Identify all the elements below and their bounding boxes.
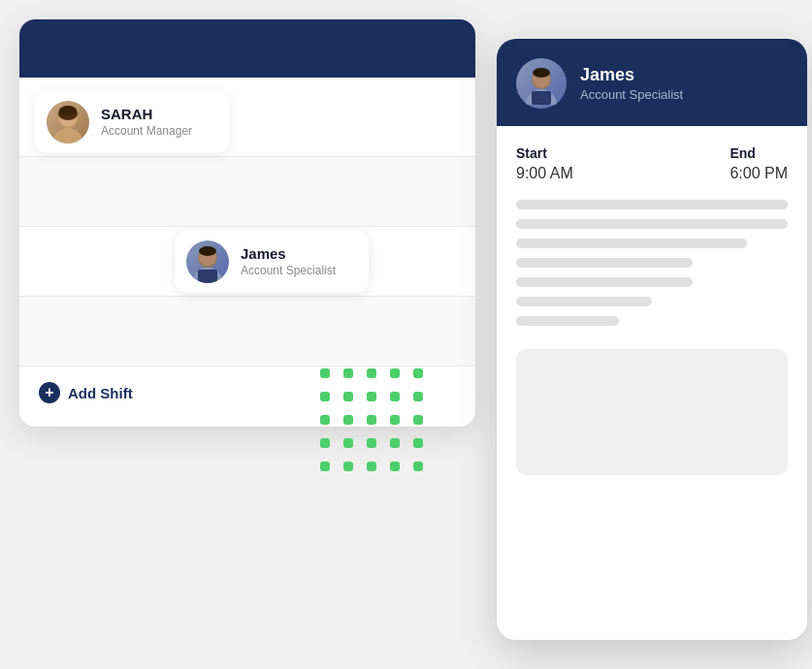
james-info: James Account Specialist (241, 245, 336, 277)
skeleton-line-4 (516, 258, 693, 268)
dot-grid (320, 368, 427, 475)
sarah-name: SARAH (101, 106, 192, 122)
skeleton-lines (516, 200, 788, 326)
svg-point-0 (52, 128, 83, 143)
dot (343, 438, 353, 448)
right-header-info: James Account Specialist (580, 65, 683, 102)
james-card[interactable]: James Account Specialist (175, 231, 369, 293)
james-role-right: Account Specialist (580, 87, 683, 102)
james-role-left: Account Specialist (241, 264, 336, 277)
left-panel-header (19, 19, 475, 78)
dot (320, 415, 330, 425)
dot (343, 415, 353, 425)
time-section: Start 9:00 AM End 6:00 PM (516, 145, 788, 182)
sarah-info: SARAH Account Manager (101, 106, 192, 138)
dot (367, 462, 376, 471)
svg-point-9 (199, 246, 216, 256)
svg-rect-8 (198, 270, 217, 283)
add-shift-icon: + (39, 382, 60, 403)
skeleton-line-7 (516, 316, 619, 326)
dot (390, 462, 400, 471)
dot (343, 392, 353, 401)
right-panel-header: James Account Specialist (497, 39, 807, 126)
right-panel: James Account Specialist Start 9:00 AM E… (497, 39, 807, 640)
scene: SARAH Account Manager (0, 0, 812, 669)
dot (390, 415, 400, 425)
dot (320, 368, 330, 378)
sarah-role: Account Manager (101, 124, 192, 138)
dot (390, 438, 400, 448)
dot (367, 368, 376, 378)
sarah-card[interactable]: SARAH Account Manager (35, 91, 229, 153)
add-shift-label: Add Shift (68, 385, 133, 401)
james-row: James Account Specialist (19, 227, 475, 297)
skeleton-line-2 (516, 219, 788, 229)
end-block: End 6:00 PM (730, 145, 788, 182)
dot (343, 462, 353, 471)
start-time: 9:00 AM (516, 165, 573, 182)
dot (413, 368, 423, 378)
svg-point-14 (533, 68, 550, 78)
dot (413, 462, 423, 471)
james-avatar-right (516, 58, 567, 109)
dot (390, 392, 400, 401)
dot (320, 438, 330, 448)
dot (367, 415, 376, 425)
skeleton-line-5 (516, 277, 693, 287)
sarah-row: SARAH Account Manager (19, 87, 475, 157)
skeleton-line-6 (516, 297, 652, 306)
right-panel-body: Start 9:00 AM End 6:00 PM (497, 126, 807, 494)
skeleton-line-1 (516, 200, 788, 209)
james-name-left: James (241, 245, 336, 262)
empty-row-1 (19, 157, 475, 227)
dot (367, 438, 376, 448)
left-panel: SARAH Account Manager (19, 19, 475, 427)
start-block: Start 9:00 AM (516, 145, 573, 182)
skeleton-line-3 (516, 239, 747, 248)
sarah-avatar (47, 101, 89, 143)
svg-point-4 (59, 106, 77, 115)
dot (343, 368, 353, 378)
dot (320, 462, 330, 471)
dot (413, 415, 423, 425)
dot (390, 368, 400, 378)
skeleton-box (516, 349, 788, 475)
empty-row-2 (19, 297, 475, 366)
svg-rect-13 (532, 91, 551, 105)
james-name-right: James (580, 65, 683, 85)
dot (367, 392, 376, 401)
james-avatar (186, 240, 229, 283)
dot (320, 392, 330, 401)
end-time: 6:00 PM (730, 165, 788, 182)
dot (413, 392, 423, 401)
end-label: End (730, 145, 788, 161)
dot (413, 438, 423, 448)
start-label: Start (516, 145, 573, 161)
